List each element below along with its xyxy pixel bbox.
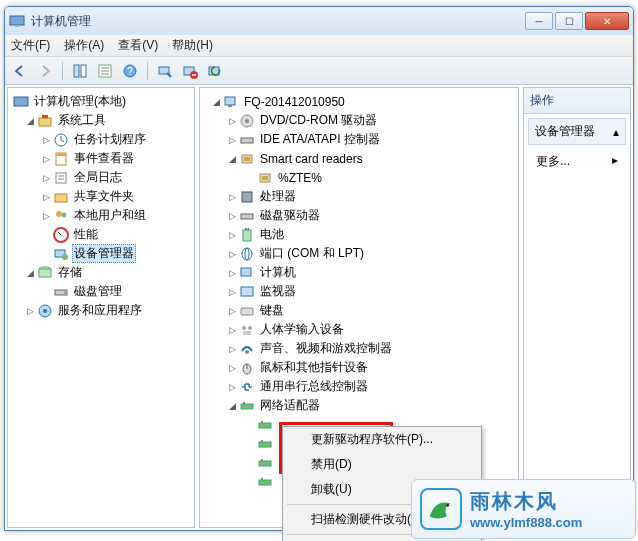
tree-storage[interactable]: ◢ 存储	[8, 263, 194, 282]
expand-icon[interactable]: ▷	[226, 305, 238, 317]
svg-point-34	[64, 291, 66, 293]
svg-rect-0	[10, 16, 24, 25]
device-category[interactable]: ▷人体学输入设备	[200, 320, 518, 339]
device-category[interactable]: ▷监视器	[200, 282, 518, 301]
tree-item[interactable]: ▷共享文件夹	[8, 187, 194, 206]
collapse-icon[interactable]: ◢	[210, 96, 222, 108]
menu-view[interactable]: 查看(V)	[118, 37, 158, 54]
tree-item[interactable]: ▷任务计划程序	[8, 130, 194, 149]
svg-rect-62	[241, 404, 253, 409]
maximize-button[interactable]: ☐	[555, 12, 583, 30]
tree-systools[interactable]: ◢ 系统工具	[8, 111, 194, 130]
collapse-icon[interactable]: ◢	[24, 115, 36, 127]
device-label: IDE ATA/ATAPI 控制器	[258, 130, 382, 149]
device-category[interactable]: ◢网络适配器	[200, 396, 518, 415]
expand-icon[interactable]: ▷	[40, 210, 52, 222]
device-category[interactable]: ▷DVD/CD-ROM 驱动器	[200, 111, 518, 130]
device-item-label: %ZTE%	[276, 170, 324, 186]
svg-rect-66	[259, 442, 271, 447]
svg-rect-45	[262, 176, 268, 180]
expand-icon[interactable]: ▷	[226, 381, 238, 393]
expand-icon[interactable]: ▷	[226, 115, 238, 127]
svg-point-52	[245, 248, 249, 260]
tree-item[interactable]: 设备管理器	[8, 244, 194, 263]
collapse-icon[interactable]: ◢	[226, 400, 238, 412]
menu-help[interactable]: 帮助(H)	[172, 37, 213, 54]
uninstall-device-icon[interactable]	[179, 60, 201, 82]
svg-point-25	[56, 211, 62, 217]
ctx-update-driver[interactable]: 更新驱动程序软件(P)...	[283, 427, 481, 452]
tree-item[interactable]: ▷本地用户和组	[8, 206, 194, 225]
show-hide-tree-button[interactable]	[69, 60, 91, 82]
left-pane[interactable]: 计算机管理(本地) ◢ 系统工具 ▷任务计划程序▷事件查看器▷全局日志▷共享文件…	[7, 87, 195, 528]
tree-item[interactable]: 性能	[8, 225, 194, 244]
device-category[interactable]: ▷声音、视频和游戏控制器	[200, 339, 518, 358]
device-category[interactable]: ▷计算机	[200, 263, 518, 282]
expand-icon[interactable]: ▷	[40, 134, 52, 146]
titlebar[interactable]: 计算机管理 ─ ☐ ✕	[5, 7, 633, 35]
device-category[interactable]: ◢Smart card readers	[200, 149, 518, 168]
expand-icon[interactable]: ▷	[40, 153, 52, 165]
tree-root[interactable]: 计算机管理(本地)	[8, 92, 194, 111]
tree-item[interactable]: ▷事件查看器	[8, 149, 194, 168]
device-category[interactable]: ▷磁盘驱动器	[200, 206, 518, 225]
device-label: 磁盘驱动器	[258, 206, 322, 225]
collapse-icon[interactable]: ◢	[226, 153, 238, 165]
svg-rect-48	[243, 230, 251, 241]
actions-subheader[interactable]: 设备管理器 ▴	[528, 118, 626, 145]
svg-point-57	[248, 326, 252, 330]
tree-services-label: 服务和应用程序	[56, 301, 144, 320]
tree-item-label: 共享文件夹	[72, 187, 136, 206]
minimize-button[interactable]: ─	[525, 12, 553, 30]
expand-icon[interactable]: ▷	[226, 229, 238, 241]
menu-action[interactable]: 操作(A)	[64, 37, 104, 54]
properties-button[interactable]	[94, 60, 116, 82]
menu-file[interactable]: 文件(F)	[11, 37, 50, 54]
device-icon	[239, 151, 255, 167]
actions-more[interactable]: 更多... ▸	[524, 149, 630, 174]
left-tree: 计算机管理(本地) ◢ 系统工具 ▷任务计划程序▷事件查看器▷全局日志▷共享文件…	[8, 88, 194, 324]
device-item[interactable]: %ZTE%	[200, 168, 518, 187]
collapse-icon[interactable]: ◢	[24, 267, 36, 279]
device-category[interactable]: ▷通用串行总线控制器	[200, 377, 518, 396]
device-category[interactable]: ▷IDE ATA/ATAPI 控制器	[200, 130, 518, 149]
collapse-icon[interactable]: ▴	[613, 125, 619, 139]
back-button[interactable]	[9, 60, 31, 82]
tree-item[interactable]: 磁盘管理	[8, 282, 194, 301]
update-driver-icon[interactable]	[204, 60, 226, 82]
device-icon	[239, 398, 255, 414]
expand-icon[interactable]: ▷	[226, 343, 238, 355]
device-category[interactable]: ▷电池	[200, 225, 518, 244]
expand-icon[interactable]: ▷	[40, 191, 52, 203]
expand-icon[interactable]: ▷	[24, 305, 36, 317]
device-category[interactable]: ▷键盘	[200, 301, 518, 320]
device-category[interactable]: ▷处理器	[200, 187, 518, 206]
expand-icon[interactable]: ▷	[40, 172, 52, 184]
expand-icon[interactable]: ▷	[226, 362, 238, 374]
forward-button[interactable]	[34, 60, 56, 82]
category-icon	[53, 227, 69, 243]
device-root[interactable]: ◢ FQ-201412010950	[200, 92, 518, 111]
help-button[interactable]: ?	[119, 60, 141, 82]
scan-icon[interactable]	[154, 60, 176, 82]
device-icon	[239, 360, 255, 376]
device-label: 通用串行总线控制器	[258, 377, 370, 396]
expand-icon[interactable]: ▷	[226, 267, 238, 279]
expand-icon[interactable]: ▷	[226, 191, 238, 203]
svg-rect-37	[225, 97, 235, 105]
device-category[interactable]: ▷端口 (COM 和 LPT)	[200, 244, 518, 263]
svg-rect-43	[244, 157, 250, 161]
tree-services[interactable]: ▷ 服务和应用程序	[8, 301, 194, 320]
tree-item[interactable]: ▷全局日志	[8, 168, 194, 187]
ctx-disable[interactable]: 禁用(D)	[283, 452, 481, 477]
expand-icon[interactable]: ▷	[226, 286, 238, 298]
expand-icon[interactable]: ▷	[226, 210, 238, 222]
device-label: 网络适配器	[258, 396, 322, 415]
device-category[interactable]: ▷鼠标和其他指针设备	[200, 358, 518, 377]
device-icon	[239, 132, 255, 148]
expand-icon[interactable]: ▷	[226, 248, 238, 260]
expand-icon[interactable]: ▷	[226, 134, 238, 146]
expand-icon[interactable]: ▷	[226, 324, 238, 336]
tree-item-label: 设备管理器	[72, 244, 136, 263]
close-button[interactable]: ✕	[585, 12, 629, 30]
